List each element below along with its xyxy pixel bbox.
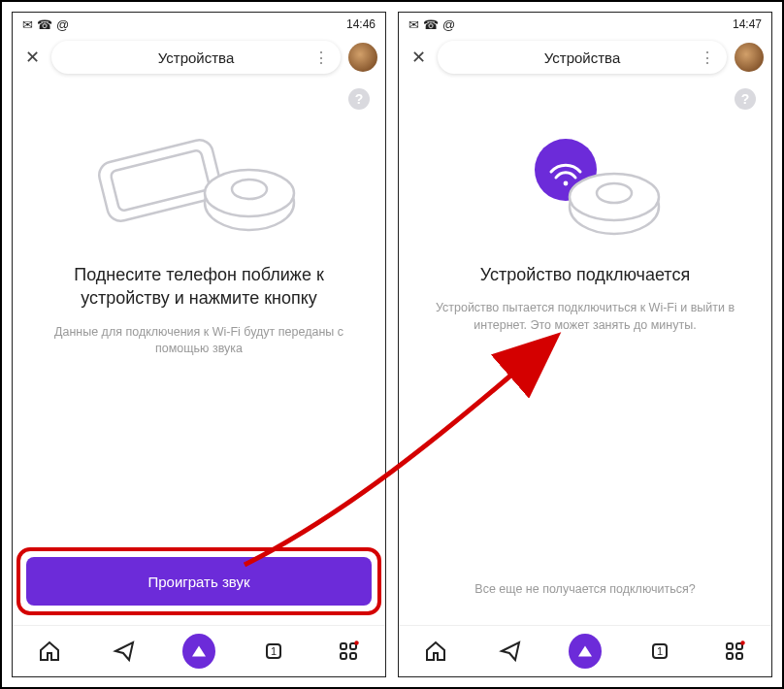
avatar[interactable] [348,43,377,72]
page-title: Устройства [158,49,234,66]
svg-rect-7 [341,643,346,649]
heading: Устройство подключается [480,263,690,286]
phone-screen-right: ✉ ☎ @ 14:47 ✕ Устройства ⋮ ? [398,12,772,677]
whatsapp-icon: ☎ [423,18,439,31]
page-title: Устройства [544,49,620,66]
status-bar: ✉ ☎ @ 14:47 [399,13,771,36]
top-bar: ✕ Устройства ⋮ [399,36,771,79]
whatsapp-icon: ☎ [37,18,52,31]
illustration-wifi-speaker [478,131,692,238]
nav-alice[interactable] [569,635,602,668]
email-icon: ✉ [408,18,419,31]
svg-point-13 [564,181,569,186]
nav-alice[interactable] [182,635,215,668]
nav-send[interactable] [108,635,141,668]
close-button[interactable]: ✕ [20,46,44,69]
status-bar: ✉ ☎ @ 14:46 [13,13,385,36]
nav-tabs[interactable]: 1 [643,635,676,668]
more-icon[interactable]: ⋮ [700,49,715,67]
illustration-phone-speaker [92,131,306,238]
bottom-nav: 1 [13,625,385,676]
svg-rect-22 [736,653,742,659]
primary-button-wrap: Проиграть звук [26,557,372,606]
svg-rect-9 [341,653,346,659]
subtext: Данные для подключения к Wi-Fi будут пер… [39,324,359,358]
alice-icon [569,634,602,669]
status-left-icons: ✉ ☎ @ [408,18,455,31]
heading: Поднесите телефон поближе к устройству и… [49,263,349,311]
title-pill[interactable]: Устройства ⋮ [438,41,727,74]
more-icon[interactable]: ⋮ [313,49,329,67]
nav-menu[interactable] [332,635,365,668]
svg-rect-10 [350,653,356,659]
avatar[interactable] [735,43,764,72]
svg-point-23 [740,640,744,644]
content-area: ? Устройство подключается [399,79,771,625]
nav-menu[interactable] [718,635,751,668]
mention-icon: @ [442,18,455,31]
status-time: 14:47 [733,17,762,31]
nav-send[interactable] [494,635,527,668]
nav-home[interactable] [419,635,452,668]
svg-point-3 [205,170,294,216]
svg-text:1: 1 [271,645,277,657]
subtext: Устройство пытается подключиться к Wi-Fi… [425,300,745,334]
alice-icon [182,634,215,669]
svg-rect-0 [96,137,223,223]
svg-point-11 [354,640,358,644]
title-pill[interactable]: Устройства ⋮ [51,41,341,74]
mention-icon: @ [56,18,69,31]
status-left-icons: ✉ ☎ @ [22,18,69,31]
content-area: ? Поднесите телефон поближе к устройству… [13,79,385,625]
screenshot-canvas: ✉ ☎ @ 14:46 ✕ Устройства ⋮ ? [0,0,784,689]
top-bar: ✕ Устройства ⋮ [13,36,385,79]
nav-home[interactable] [33,635,66,668]
troubleshoot-link[interactable]: Все еще не получается подключиться? [399,582,771,596]
svg-text:1: 1 [657,645,663,657]
email-icon: ✉ [22,18,33,31]
close-button[interactable]: ✕ [407,46,430,69]
nav-tabs[interactable]: 1 [257,635,290,668]
play-sound-button[interactable]: Проиграть звук [26,557,372,606]
svg-point-15 [570,174,659,220]
help-icon[interactable]: ? [348,88,370,110]
svg-rect-21 [727,653,733,659]
bottom-nav: 1 [399,625,771,676]
status-time: 14:46 [346,17,376,31]
play-sound-label: Проиграть звук [147,574,249,590]
help-icon[interactable]: ? [735,88,756,110]
svg-rect-19 [727,643,733,649]
phone-screen-left: ✉ ☎ @ 14:46 ✕ Устройства ⋮ ? [12,12,386,677]
